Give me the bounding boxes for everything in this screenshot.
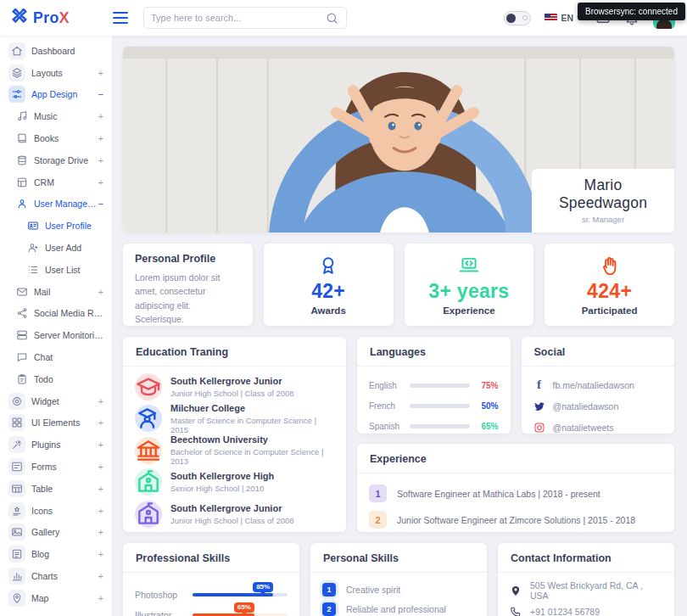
award-ribbon-icon xyxy=(317,255,339,277)
social-link-facebook[interactable]: f fb.me/nataliedawson xyxy=(533,374,663,395)
experience-value: 3+ years xyxy=(428,280,509,303)
progress-track xyxy=(410,384,470,388)
sidebar-item-app-design[interactable]: App Design− xyxy=(0,84,112,106)
sidebar-item-storage-drive[interactable]: Storage Drive+ xyxy=(0,149,112,171)
bank-icon xyxy=(135,437,162,464)
sidebar-item-widget[interactable]: Widget+ xyxy=(0,390,112,412)
experience-number-badge: 2 xyxy=(369,511,387,529)
dark-mode-toggle[interactable] xyxy=(504,11,531,25)
personal-skills-card: Personal Skills 1 Creative spirit 2 Reli… xyxy=(310,543,487,616)
sidebar-nav: DashboardLayouts+App Design−Music+Books+… xyxy=(0,36,113,616)
skill-track: 85% xyxy=(193,593,288,596)
us-flag-icon xyxy=(545,14,557,22)
sidebar-item-blog[interactable]: Blog+ xyxy=(0,543,112,565)
sidebar-item-mail[interactable]: Mail+ xyxy=(0,281,112,303)
phone-icon xyxy=(510,606,522,616)
raised-hand-icon xyxy=(599,255,621,277)
blog-icon xyxy=(8,546,25,563)
sidebar-item-layouts[interactable]: Layouts+ xyxy=(0,62,112,84)
sidebar-item-plugins[interactable]: Plugins+ xyxy=(0,434,112,456)
education-item: Beechtown UniversityBachelor of Science … xyxy=(135,434,334,467)
sidebar-item-table[interactable]: Table+ xyxy=(0,478,112,500)
sidebar-item-social-media-reporting[interactable]: Social Media Reporting xyxy=(0,303,112,325)
sidebar-item-map[interactable]: Map+ xyxy=(0,587,112,609)
personal-skill-row: 1 Creative spirit xyxy=(322,580,475,599)
twitter-icon xyxy=(533,400,545,412)
sidebar-item-charts[interactable]: Charts+ xyxy=(0,565,112,587)
sidebar-toggle-button[interactable] xyxy=(113,12,128,24)
sidebar-item-gallery[interactable]: Gallery+ xyxy=(0,522,112,544)
sidebar-item-user-list[interactable]: User List xyxy=(0,259,112,281)
social-link-instagram[interactable]: @natalietweets xyxy=(533,417,663,438)
contact-title: Contact Information xyxy=(498,543,674,573)
gallery-icon xyxy=(8,524,25,540)
sidebar-item-user-management[interactable]: User Management− xyxy=(0,193,112,216)
sidebar-item-todo[interactable]: Todo xyxy=(0,368,112,390)
social-title: Social xyxy=(522,337,675,367)
iconsi-icon xyxy=(8,502,25,519)
sidebar-item-dashboard[interactable]: Dashboard xyxy=(0,40,112,62)
prox-logo-icon xyxy=(10,8,29,27)
language-percent: 75% xyxy=(477,381,499,390)
experience-row: 2 Junior Software Engineer at Zimcore So… xyxy=(369,507,662,533)
ulist-icon xyxy=(27,264,39,276)
chartb-icon xyxy=(8,568,25,585)
skill-row: Illustrator 65% xyxy=(135,605,288,616)
education-item: South Kellergrove JuniorJunior High Scho… xyxy=(135,498,334,530)
layout-icon xyxy=(8,64,25,81)
participated-label: Participated xyxy=(582,305,638,316)
education-title: Education Traning xyxy=(123,337,346,367)
participated-stat-card: 424+ Participated xyxy=(545,244,674,326)
personal-skill-row: 2 Reliable and professional xyxy=(322,599,475,616)
personal-skills-title: Personal Skills xyxy=(310,543,487,573)
participated-value: 424+ xyxy=(587,280,632,303)
sidebar-item-crm[interactable]: CRM+ xyxy=(0,171,112,193)
sidebar-item-ui-elements[interactable]: UI Elements+ xyxy=(0,412,112,434)
sliders-icon xyxy=(8,86,25,103)
awards-value: 42+ xyxy=(311,280,345,303)
languages-title: Languages xyxy=(357,337,511,367)
contact-address-row: 505 West Brickyard Rd, CA , USA xyxy=(510,580,662,601)
education-item: Milchuer CollegeMaster of Science in Com… xyxy=(135,403,334,435)
contact-list: 505 West Brickyard Rd, CA , USA +91 0123… xyxy=(498,573,674,616)
todo-icon xyxy=(16,373,28,385)
profile-name-card: Mario Speedwagon sr. Manager xyxy=(532,169,674,232)
sidebar-item-chat[interactable]: Chat xyxy=(0,346,112,368)
laptop-code-icon xyxy=(458,255,480,277)
social-link-twitter[interactable]: @nataliedawson xyxy=(533,395,663,417)
sidebar-item-user-profile[interactable]: User Profile xyxy=(0,215,112,237)
school-icon xyxy=(135,468,162,496)
personal-profile-card: Personal Profile Lorem ipsum dolor sit a… xyxy=(123,244,253,326)
app-logo[interactable]: ProX xyxy=(0,8,113,27)
language-percent: 50% xyxy=(477,401,499,411)
language-selector[interactable]: EN xyxy=(545,13,582,23)
experience-title: Experience xyxy=(357,444,674,473)
sidebar-item-server-monitoring[interactable]: Server Monitoring xyxy=(0,324,112,346)
awards-stat-card: 42+ Awards xyxy=(264,244,394,326)
languages-card: Languages English 75% French 50% xyxy=(357,337,511,434)
education-list: South Kellergrove JuniorJunior High Scho… xyxy=(123,367,346,535)
sidebar-item-forms[interactable]: Forms+ xyxy=(0,456,112,478)
search-icon[interactable] xyxy=(325,11,339,25)
sidebar-item-books[interactable]: Books+ xyxy=(0,127,112,149)
sidebar-item-icons[interactable]: Icons+ xyxy=(0,500,112,522)
chat-icon xyxy=(16,351,28,363)
music-icon xyxy=(16,110,28,122)
experience-stat-card: 3+ years Experience xyxy=(405,244,534,326)
education-item: South Kellergrove HighSenior High School… xyxy=(135,467,334,499)
contact-information-card: Contact Information 505 West Brickyard R… xyxy=(498,543,674,616)
profile-cover-card: Mario Speedwagon sr. Manager xyxy=(123,47,674,232)
widget-icon xyxy=(8,393,25,410)
sidebar-item-user-add[interactable]: User Add xyxy=(0,237,112,259)
browsersync-tooltip: Browsersync: connected xyxy=(578,3,685,20)
instagram-icon xyxy=(533,422,545,434)
progress-track xyxy=(410,424,470,428)
experience-number-badge: 1 xyxy=(369,484,387,502)
sidebar-item-music[interactable]: Music+ xyxy=(0,105,112,127)
contact-phone-row: +91 01234 56789 xyxy=(510,601,662,616)
search-input[interactable] xyxy=(151,13,320,23)
profile-role: sr. Manager xyxy=(539,215,667,224)
education-item: South Kellergrove JuniorJunior High Scho… xyxy=(135,371,334,403)
education-card: Education Traning South Kellergrove Juni… xyxy=(123,337,346,532)
language-row: French 50% xyxy=(369,395,499,416)
